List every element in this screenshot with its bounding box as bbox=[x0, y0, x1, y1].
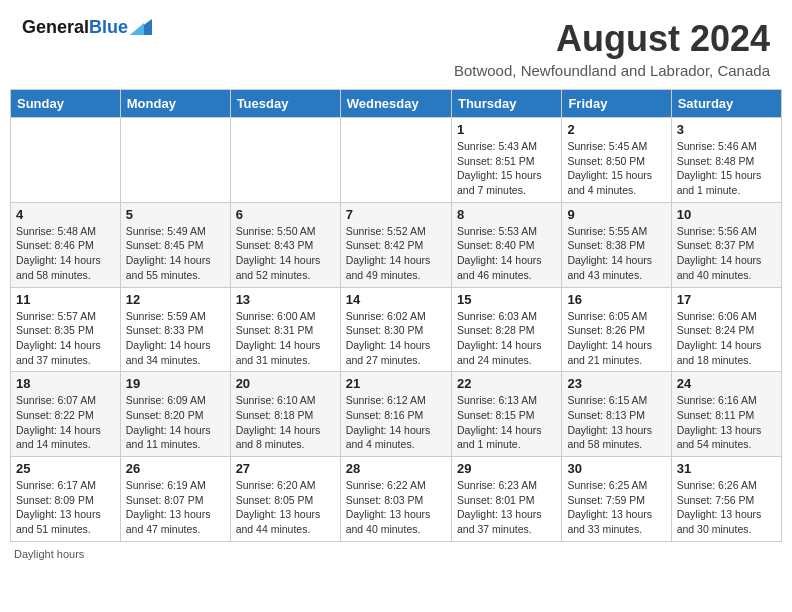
title-block: August 2024 Botwood, Newfoundland and La… bbox=[454, 18, 770, 79]
day-number: 10 bbox=[677, 207, 776, 222]
calendar-cell: 19Sunrise: 6:09 AM Sunset: 8:20 PM Dayli… bbox=[120, 372, 230, 457]
calendar-cell bbox=[11, 118, 121, 203]
calendar-cell: 31Sunrise: 6:26 AM Sunset: 7:56 PM Dayli… bbox=[671, 457, 781, 542]
calendar-day-header: Monday bbox=[120, 90, 230, 118]
day-number: 24 bbox=[677, 376, 776, 391]
calendar-cell bbox=[340, 118, 451, 203]
day-number: 18 bbox=[16, 376, 115, 391]
calendar-cell: 22Sunrise: 6:13 AM Sunset: 8:15 PM Dayli… bbox=[451, 372, 561, 457]
logo-general: GeneralBlue bbox=[22, 18, 128, 38]
day-number: 29 bbox=[457, 461, 556, 476]
day-number: 5 bbox=[126, 207, 225, 222]
calendar-cell: 6Sunrise: 5:50 AM Sunset: 8:43 PM Daylig… bbox=[230, 202, 340, 287]
logo: GeneralBlue bbox=[22, 18, 152, 38]
day-info: Sunrise: 5:55 AM Sunset: 8:38 PM Dayligh… bbox=[567, 224, 665, 283]
day-info: Sunrise: 6:12 AM Sunset: 8:16 PM Dayligh… bbox=[346, 393, 446, 452]
calendar-cell: 25Sunrise: 6:17 AM Sunset: 8:09 PM Dayli… bbox=[11, 457, 121, 542]
day-info: Sunrise: 6:10 AM Sunset: 8:18 PM Dayligh… bbox=[236, 393, 335, 452]
calendar-cell: 17Sunrise: 6:06 AM Sunset: 8:24 PM Dayli… bbox=[671, 287, 781, 372]
day-info: Sunrise: 6:26 AM Sunset: 7:56 PM Dayligh… bbox=[677, 478, 776, 537]
day-number: 8 bbox=[457, 207, 556, 222]
day-number: 26 bbox=[126, 461, 225, 476]
day-number: 15 bbox=[457, 292, 556, 307]
day-info: Sunrise: 5:59 AM Sunset: 8:33 PM Dayligh… bbox=[126, 309, 225, 368]
calendar-cell: 20Sunrise: 6:10 AM Sunset: 8:18 PM Dayli… bbox=[230, 372, 340, 457]
calendar-day-header: Thursday bbox=[451, 90, 561, 118]
day-number: 12 bbox=[126, 292, 225, 307]
day-info: Sunrise: 6:23 AM Sunset: 8:01 PM Dayligh… bbox=[457, 478, 556, 537]
day-info: Sunrise: 5:48 AM Sunset: 8:46 PM Dayligh… bbox=[16, 224, 115, 283]
day-info: Sunrise: 5:56 AM Sunset: 8:37 PM Dayligh… bbox=[677, 224, 776, 283]
calendar-cell: 26Sunrise: 6:19 AM Sunset: 8:07 PM Dayli… bbox=[120, 457, 230, 542]
day-number: 14 bbox=[346, 292, 446, 307]
footer-note: Daylight hours bbox=[10, 548, 782, 560]
day-number: 19 bbox=[126, 376, 225, 391]
calendar-cell: 11Sunrise: 5:57 AM Sunset: 8:35 PM Dayli… bbox=[11, 287, 121, 372]
day-info: Sunrise: 6:17 AM Sunset: 8:09 PM Dayligh… bbox=[16, 478, 115, 537]
day-info: Sunrise: 6:20 AM Sunset: 8:05 PM Dayligh… bbox=[236, 478, 335, 537]
day-info: Sunrise: 6:03 AM Sunset: 8:28 PM Dayligh… bbox=[457, 309, 556, 368]
svg-marker-1 bbox=[130, 23, 144, 35]
day-number: 9 bbox=[567, 207, 665, 222]
day-info: Sunrise: 6:13 AM Sunset: 8:15 PM Dayligh… bbox=[457, 393, 556, 452]
day-info: Sunrise: 6:05 AM Sunset: 8:26 PM Dayligh… bbox=[567, 309, 665, 368]
day-info: Sunrise: 5:53 AM Sunset: 8:40 PM Dayligh… bbox=[457, 224, 556, 283]
day-info: Sunrise: 6:25 AM Sunset: 7:59 PM Dayligh… bbox=[567, 478, 665, 537]
day-info: Sunrise: 6:09 AM Sunset: 8:20 PM Dayligh… bbox=[126, 393, 225, 452]
calendar-cell: 1Sunrise: 5:43 AM Sunset: 8:51 PM Daylig… bbox=[451, 118, 561, 203]
day-info: Sunrise: 5:46 AM Sunset: 8:48 PM Dayligh… bbox=[677, 139, 776, 198]
calendar-cell: 23Sunrise: 6:15 AM Sunset: 8:13 PM Dayli… bbox=[562, 372, 671, 457]
calendar-week-row: 18Sunrise: 6:07 AM Sunset: 8:22 PM Dayli… bbox=[11, 372, 782, 457]
day-number: 22 bbox=[457, 376, 556, 391]
calendar-cell: 3Sunrise: 5:46 AM Sunset: 8:48 PM Daylig… bbox=[671, 118, 781, 203]
day-number: 23 bbox=[567, 376, 665, 391]
day-number: 28 bbox=[346, 461, 446, 476]
calendar-cell: 8Sunrise: 5:53 AM Sunset: 8:40 PM Daylig… bbox=[451, 202, 561, 287]
day-number: 16 bbox=[567, 292, 665, 307]
day-info: Sunrise: 6:16 AM Sunset: 8:11 PM Dayligh… bbox=[677, 393, 776, 452]
calendar-cell: 9Sunrise: 5:55 AM Sunset: 8:38 PM Daylig… bbox=[562, 202, 671, 287]
day-number: 1 bbox=[457, 122, 556, 137]
page-header: GeneralBlue August 2024 Botwood, Newfoun… bbox=[10, 10, 782, 83]
day-info: Sunrise: 5:45 AM Sunset: 8:50 PM Dayligh… bbox=[567, 139, 665, 198]
day-number: 27 bbox=[236, 461, 335, 476]
day-number: 25 bbox=[16, 461, 115, 476]
calendar-cell: 10Sunrise: 5:56 AM Sunset: 8:37 PM Dayli… bbox=[671, 202, 781, 287]
day-info: Sunrise: 5:52 AM Sunset: 8:42 PM Dayligh… bbox=[346, 224, 446, 283]
day-number: 4 bbox=[16, 207, 115, 222]
day-info: Sunrise: 6:19 AM Sunset: 8:07 PM Dayligh… bbox=[126, 478, 225, 537]
calendar-week-row: 1Sunrise: 5:43 AM Sunset: 8:51 PM Daylig… bbox=[11, 118, 782, 203]
calendar-day-header: Wednesday bbox=[340, 90, 451, 118]
calendar-cell: 21Sunrise: 6:12 AM Sunset: 8:16 PM Dayli… bbox=[340, 372, 451, 457]
day-number: 30 bbox=[567, 461, 665, 476]
calendar-cell: 28Sunrise: 6:22 AM Sunset: 8:03 PM Dayli… bbox=[340, 457, 451, 542]
calendar-day-header: Saturday bbox=[671, 90, 781, 118]
calendar-day-header: Sunday bbox=[11, 90, 121, 118]
day-info: Sunrise: 6:02 AM Sunset: 8:30 PM Dayligh… bbox=[346, 309, 446, 368]
calendar-cell: 13Sunrise: 6:00 AM Sunset: 8:31 PM Dayli… bbox=[230, 287, 340, 372]
main-title: August 2024 bbox=[454, 18, 770, 60]
day-info: Sunrise: 6:00 AM Sunset: 8:31 PM Dayligh… bbox=[236, 309, 335, 368]
sub-title: Botwood, Newfoundland and Labrador, Cana… bbox=[454, 62, 770, 79]
day-number: 13 bbox=[236, 292, 335, 307]
calendar-cell: 4Sunrise: 5:48 AM Sunset: 8:46 PM Daylig… bbox=[11, 202, 121, 287]
day-info: Sunrise: 5:57 AM Sunset: 8:35 PM Dayligh… bbox=[16, 309, 115, 368]
calendar-week-row: 4Sunrise: 5:48 AM Sunset: 8:46 PM Daylig… bbox=[11, 202, 782, 287]
day-number: 11 bbox=[16, 292, 115, 307]
calendar-day-header: Tuesday bbox=[230, 90, 340, 118]
calendar-cell: 24Sunrise: 6:16 AM Sunset: 8:11 PM Dayli… bbox=[671, 372, 781, 457]
calendar-cell: 16Sunrise: 6:05 AM Sunset: 8:26 PM Dayli… bbox=[562, 287, 671, 372]
day-number: 3 bbox=[677, 122, 776, 137]
day-number: 31 bbox=[677, 461, 776, 476]
day-info: Sunrise: 5:50 AM Sunset: 8:43 PM Dayligh… bbox=[236, 224, 335, 283]
day-number: 21 bbox=[346, 376, 446, 391]
calendar-week-row: 25Sunrise: 6:17 AM Sunset: 8:09 PM Dayli… bbox=[11, 457, 782, 542]
day-number: 17 bbox=[677, 292, 776, 307]
calendar-cell: 30Sunrise: 6:25 AM Sunset: 7:59 PM Dayli… bbox=[562, 457, 671, 542]
day-number: 7 bbox=[346, 207, 446, 222]
calendar-week-row: 11Sunrise: 5:57 AM Sunset: 8:35 PM Dayli… bbox=[11, 287, 782, 372]
calendar-cell bbox=[120, 118, 230, 203]
logo-icon bbox=[130, 19, 152, 35]
calendar-cell: 14Sunrise: 6:02 AM Sunset: 8:30 PM Dayli… bbox=[340, 287, 451, 372]
day-number: 20 bbox=[236, 376, 335, 391]
